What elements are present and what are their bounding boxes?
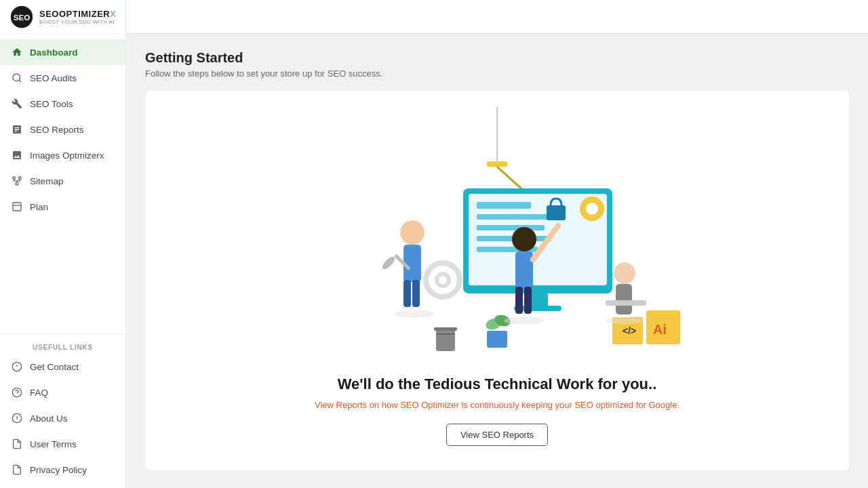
svg-point-67 bbox=[394, 310, 435, 318]
svg-rect-26 bbox=[477, 202, 531, 209]
svg-point-54 bbox=[614, 262, 635, 284]
svg-point-42 bbox=[380, 255, 397, 271]
page-title: Getting Started bbox=[145, 50, 849, 66]
app-tagline: BOOST YOUR SEO WITH AI bbox=[39, 19, 116, 25]
main-nav: Dashboard SEO Audits SEO Tools SEO Repor… bbox=[0, 34, 125, 333]
about-icon bbox=[11, 412, 23, 424]
sidebar-item-faq[interactable]: FAQ bbox=[0, 380, 125, 405]
logo-icon: SEO bbox=[9, 5, 34, 29]
sidebar-item-label: SEO Tools bbox=[30, 99, 73, 109]
svg-point-40 bbox=[400, 220, 425, 245]
svg-rect-20 bbox=[487, 161, 507, 167]
terms-icon bbox=[11, 438, 23, 450]
sidebar-item-get-contact[interactable]: Get Contact bbox=[0, 354, 125, 380]
sidebar-item-label: User Terms bbox=[30, 439, 77, 449]
svg-rect-56 bbox=[606, 300, 646, 306]
sidebar-item-seo-audits[interactable]: SEO Audits bbox=[0, 65, 125, 91]
privacy-icon bbox=[11, 464, 23, 476]
sidebar-item-label: Dashboard bbox=[30, 47, 78, 58]
sidebar-item-dashboard[interactable]: Dashboard bbox=[0, 39, 125, 65]
sidebar-item-user-terms[interactable]: User Terms bbox=[0, 431, 125, 457]
svg-text:SEO: SEO bbox=[14, 12, 31, 21]
svg-rect-50 bbox=[515, 251, 533, 289]
svg-rect-53 bbox=[524, 287, 532, 314]
svg-rect-37 bbox=[589, 216, 595, 221]
app-logo: SEO SEOOPTIMIZERX BOOST YOUR SEO WITH AI bbox=[0, 0, 125, 34]
sidebar-item-plan[interactable]: Plan bbox=[0, 194, 125, 220]
sidebar: SEO SEOOPTIMIZERX BOOST YOUR SEO WITH AI… bbox=[0, 0, 126, 488]
sidebar-item-label: About Us bbox=[30, 413, 68, 424]
svg-point-35 bbox=[586, 203, 598, 215]
hero-desc-before: View Reports on how SEO Optimizer is con… bbox=[315, 400, 649, 410]
svg-text:Ai: Ai bbox=[653, 322, 667, 337]
svg-line-3 bbox=[19, 80, 21, 82]
reports-icon bbox=[11, 123, 23, 136]
faq-icon bbox=[11, 386, 23, 399]
svg-rect-66 bbox=[434, 327, 457, 331]
svg-point-69 bbox=[606, 317, 644, 324]
sidebar-item-seo-reports[interactable]: SEO Reports bbox=[0, 117, 125, 142]
svg-rect-4 bbox=[13, 177, 15, 179]
audit-icon bbox=[11, 72, 23, 84]
svg-rect-5 bbox=[19, 177, 21, 179]
illustration-container: </> Ai bbox=[161, 107, 833, 365]
sidebar-item-label: FAQ bbox=[30, 388, 48, 398]
svg-rect-28 bbox=[477, 225, 545, 230]
sidebar-item-seo-tools[interactable]: SEO Tools bbox=[0, 91, 125, 117]
svg-rect-64 bbox=[436, 329, 455, 351]
svg-rect-44 bbox=[403, 280, 411, 307]
svg-text:</>: </> bbox=[623, 325, 636, 336]
top-bar bbox=[126, 0, 868, 34]
svg-point-48 bbox=[439, 276, 447, 284]
sidebar-item-label: Sitemap bbox=[30, 176, 64, 186]
content-area: Getting Started Follow the steps below t… bbox=[126, 34, 868, 487]
sitemap-icon bbox=[11, 175, 23, 187]
sidebar-item-label: SEO Reports bbox=[30, 125, 84, 135]
getting-started-card: </> Ai We bbox=[145, 91, 849, 470]
svg-rect-27 bbox=[477, 214, 558, 220]
svg-rect-55 bbox=[616, 284, 632, 314]
sidebar-item-label: Plan bbox=[30, 202, 48, 212]
home-icon bbox=[11, 46, 23, 58]
svg-point-68 bbox=[504, 317, 545, 325]
page-subtitle: Follow the steps below to set your store… bbox=[145, 68, 849, 79]
svg-rect-38 bbox=[580, 206, 585, 211]
main-content: Getting Started Follow the steps below t… bbox=[126, 0, 868, 488]
sidebar-item-images-optimizerx[interactable]: Images Optmizerx bbox=[0, 142, 125, 168]
hero-desc-after: . bbox=[677, 400, 679, 410]
images-icon bbox=[11, 149, 23, 161]
svg-point-2 bbox=[13, 74, 20, 81]
hero-heading: We'll do the Tedious Technical Work for … bbox=[338, 375, 657, 393]
sidebar-item-sitemap[interactable]: Sitemap bbox=[0, 168, 125, 194]
hero-illustration: </> Ai bbox=[294, 107, 701, 365]
svg-rect-61 bbox=[487, 331, 507, 348]
useful-links-section: USEFULL LINKS Get Contact FAQ About Us bbox=[0, 333, 125, 488]
app-name: SEOOPTIMIZERX bbox=[39, 9, 116, 19]
sidebar-item-privacy-policy[interactable]: Privacy Policy bbox=[0, 457, 125, 483]
svg-rect-52 bbox=[515, 287, 523, 314]
svg-rect-45 bbox=[412, 280, 420, 307]
svg-rect-6 bbox=[16, 183, 18, 185]
svg-rect-39 bbox=[599, 206, 604, 211]
sidebar-item-label: SEO Audits bbox=[30, 73, 77, 83]
contact-icon bbox=[11, 361, 23, 373]
sidebar-item-label: Get Contact bbox=[30, 362, 79, 372]
sidebar-item-label: Privacy Policy bbox=[30, 465, 87, 475]
svg-rect-33 bbox=[547, 205, 566, 220]
svg-rect-36 bbox=[589, 197, 595, 202]
useful-links-heading: USEFULL LINKS bbox=[0, 340, 125, 354]
hero-description: View Reports on how SEO Optimizer is con… bbox=[315, 400, 679, 410]
svg-rect-41 bbox=[403, 245, 421, 282]
sidebar-item-about-us[interactable]: About Us bbox=[0, 405, 125, 431]
tools-icon bbox=[11, 98, 23, 110]
svg-rect-11 bbox=[13, 203, 21, 211]
svg-point-49 bbox=[512, 227, 536, 251]
view-seo-reports-button[interactable]: View SEO Reports bbox=[446, 424, 548, 446]
hero-desc-highlight: Google bbox=[649, 400, 677, 410]
sidebar-item-label: Images Optmizerx bbox=[30, 150, 104, 161]
plan-icon bbox=[11, 201, 23, 213]
